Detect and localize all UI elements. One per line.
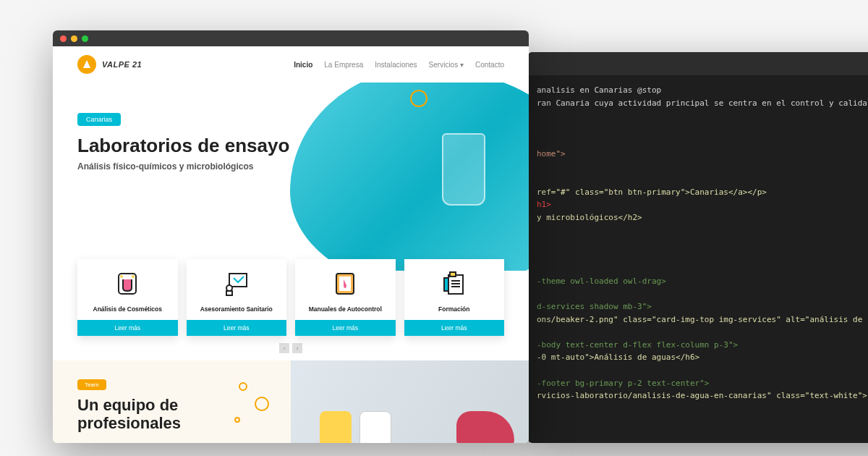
service-card: Manuales de AutocontrolLeer más <box>295 259 396 336</box>
service-title: Manuales de Autocontrol <box>305 305 386 313</box>
service-icon <box>331 269 359 298</box>
code-line[interactable] <box>537 173 868 186</box>
bubble-icon <box>239 382 247 391</box>
read-more-button[interactable]: Leer más <box>295 320 396 336</box>
code-line[interactable] <box>537 288 868 301</box>
nav-item-3[interactable]: Servicios ▾ <box>429 61 464 69</box>
code-line[interactable]: -0 mt-auto">Análisis de aguas</h6> <box>537 351 868 364</box>
service-icon <box>440 269 469 298</box>
carousel-prev-button[interactable]: ‹ <box>279 343 289 353</box>
team-section: Team Un equipo de profesionales <box>53 360 529 443</box>
code-editor-window: analisis en Canarias @stopran Canaria cu… <box>528 52 868 443</box>
svg-point-1 <box>120 275 123 278</box>
decorative-circle-icon <box>410 90 427 107</box>
code-line[interactable]: analisis en Canarias @stop <box>537 84 868 97</box>
logo-icon <box>77 55 96 74</box>
service-icon <box>113 269 142 298</box>
read-more-button[interactable]: Leer más <box>77 320 178 336</box>
code-titlebar <box>528 52 868 75</box>
close-icon[interactable] <box>60 35 67 42</box>
service-title: Asesoramiento Sanitario <box>196 305 277 313</box>
service-icon <box>222 269 251 298</box>
hero-image <box>290 83 529 271</box>
code-body[interactable]: analisis en Canarias @stopran Canaria cu… <box>528 75 868 411</box>
hand-icon <box>456 411 514 443</box>
code-line[interactable]: ran Canaria cuya actividad principal se … <box>537 97 868 110</box>
service-cards: Análisis de CosméticosLeer másAsesoramie… <box>53 259 529 336</box>
code-line[interactable] <box>537 161 868 174</box>
code-line[interactable] <box>537 262 868 275</box>
code-line[interactable] <box>537 364 868 377</box>
code-line[interactable] <box>537 326 868 339</box>
svg-rect-5 <box>226 291 232 295</box>
browser-window: VALPE 21 InicioLa EmpresaInstalacionesSe… <box>53 30 529 443</box>
bubble-icon <box>255 397 269 411</box>
team-title: Un equipo de profesionales <box>77 396 266 433</box>
svg-rect-3 <box>229 274 247 287</box>
service-card: Asesoramiento SanitarioLeer más <box>187 259 287 336</box>
service-title: Formación <box>434 305 474 313</box>
svg-rect-13 <box>444 278 448 291</box>
team-text-panel: Team Un equipo de profesionales <box>53 360 291 443</box>
bubble-icon <box>234 417 240 423</box>
team-badge: Team <box>77 379 106 390</box>
code-line[interactable]: -body text-center d-flex flex-column p-3… <box>537 339 868 352</box>
code-line[interactable]: -footer bg-primary p-2 text-center"> <box>537 377 868 390</box>
window-titlebar <box>53 30 529 46</box>
nav-item-0[interactable]: Inicio <box>294 61 312 69</box>
team-title-line1: Un equipo de <box>77 396 178 414</box>
carousel-next-button[interactable]: › <box>292 343 302 353</box>
read-more-button[interactable]: Leer más <box>404 320 505 336</box>
code-line[interactable] <box>537 109 868 122</box>
code-line[interactable] <box>537 135 868 148</box>
code-line[interactable]: ons/beaker-2.png" class="card-img-top im… <box>537 313 868 326</box>
carousel-pager: ‹ › <box>53 343 529 353</box>
main-nav: InicioLa EmpresaInstalacionesServicios ▾… <box>294 61 504 69</box>
svg-point-2 <box>132 275 135 278</box>
minimize-icon[interactable] <box>71 35 77 42</box>
maximize-icon[interactable] <box>82 35 88 42</box>
service-card: Análisis de CosméticosLeer más <box>77 259 178 336</box>
hero-badge[interactable]: Canarias <box>77 113 121 126</box>
code-line[interactable]: d-services shadow mb-3"> <box>537 300 868 313</box>
service-title: Análisis de Cosméticos <box>89 305 166 313</box>
svg-point-4 <box>226 285 232 291</box>
svg-rect-9 <box>450 272 456 276</box>
code-line[interactable]: h1> <box>537 198 868 211</box>
code-line[interactable]: -theme owl-loaded owl-drag> <box>537 275 868 288</box>
service-card: FormaciónLeer más <box>404 259 505 336</box>
nav-item-4[interactable]: Contacto <box>475 61 504 69</box>
logo-text: VALPE 21 <box>102 60 142 69</box>
code-line[interactable]: home"> <box>537 148 868 161</box>
code-line[interactable] <box>537 122 868 135</box>
team-title-line2: profesionales <box>77 414 181 432</box>
nav-item-1[interactable]: La Empresa <box>324 61 363 69</box>
code-line[interactable]: rvicios-laboratorio/analisis-de-agua-en-… <box>537 389 868 402</box>
bottle-icon <box>320 411 352 443</box>
code-line[interactable]: ref="#" class="btn btn-primary">Canarias… <box>537 186 868 199</box>
code-line[interactable] <box>537 250 868 263</box>
team-image <box>291 360 529 443</box>
nav-item-2[interactable]: Instalaciones <box>375 61 417 69</box>
bottle-icon <box>359 411 391 443</box>
code-line[interactable]: y microbiológicos</h2> <box>537 211 868 224</box>
beaker-icon <box>442 133 485 206</box>
hero-section: Canarias Laboratorios de ensayo Análisis… <box>53 83 529 271</box>
code-line[interactable] <box>537 237 868 250</box>
site-header: VALPE 21 InicioLa EmpresaInstalacionesSe… <box>53 46 529 83</box>
logo[interactable]: VALPE 21 <box>77 55 142 74</box>
read-more-button[interactable]: Leer más <box>187 320 287 336</box>
code-line[interactable] <box>537 224 868 237</box>
